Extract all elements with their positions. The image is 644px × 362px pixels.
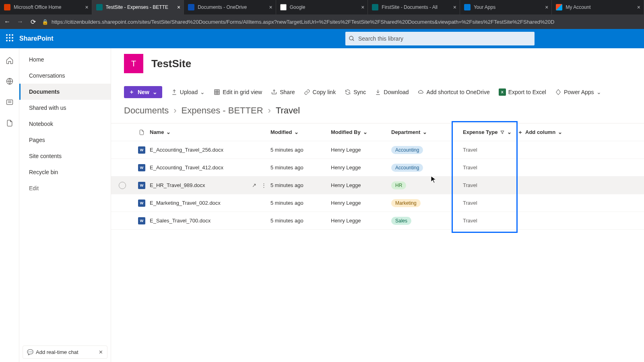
department-column-header[interactable]: Department⌄ bbox=[391, 129, 452, 135]
svg-point-5 bbox=[12, 37, 13, 39]
edit-grid-button[interactable]: Edit in grid view bbox=[214, 89, 262, 95]
sync-icon bbox=[345, 89, 351, 95]
browser-tab[interactable]: FirstSite - Documents - All× bbox=[368, 0, 460, 14]
modified-cell: 5 minutes ago bbox=[270, 200, 331, 206]
export-excel-button[interactable]: Export to Excel bbox=[499, 88, 546, 96]
tab-title: Documents - OneDrive bbox=[198, 4, 266, 10]
app-launcher-icon[interactable] bbox=[5, 33, 14, 45]
file-name-cell[interactable]: E_Marketing_Travel_002.docx bbox=[150, 200, 270, 206]
name-column-header[interactable]: Name⌄ bbox=[150, 129, 270, 135]
mouse-cursor bbox=[431, 176, 436, 184]
url-box[interactable]: 🔒 https://citizenbuilders.sharepoint.com… bbox=[42, 19, 641, 25]
home-icon[interactable] bbox=[6, 56, 14, 66]
close-icon[interactable]: × bbox=[85, 4, 88, 10]
close-icon[interactable]: × bbox=[453, 4, 456, 10]
power-apps-button[interactable]: Power Apps⌄ bbox=[555, 89, 601, 95]
table-row[interactable]: E_HR_Travel_989.docx↗⋮ 5 minutes ago Hen… bbox=[111, 177, 644, 194]
close-icon[interactable]: × bbox=[177, 4, 180, 10]
sidebar-item-notebook[interactable]: Notebook bbox=[19, 116, 111, 132]
modified-cell: 5 minutes ago bbox=[270, 182, 331, 188]
share-icon[interactable]: ↗ bbox=[252, 182, 256, 188]
close-icon[interactable]: ✕ bbox=[99, 349, 103, 355]
back-icon[interactable]: ← bbox=[3, 18, 11, 25]
sidebar-item-pages[interactable]: Pages bbox=[19, 132, 111, 148]
site-logo[interactable]: T bbox=[124, 54, 143, 73]
svg-line-10 bbox=[353, 39, 354, 41]
svg-point-2 bbox=[12, 34, 13, 36]
browser-tab[interactable]: Microsoft Office Home× bbox=[0, 0, 92, 14]
search-box[interactable]: Search this library bbox=[345, 32, 535, 45]
select-circle[interactable] bbox=[119, 182, 126, 189]
tab-title: FirstSite - Documents - All bbox=[382, 4, 450, 10]
copy-link-button[interactable]: Copy link bbox=[304, 89, 336, 95]
browser-tab[interactable]: TestSite - Expenses - BETTE× bbox=[92, 0, 184, 14]
chat-callout[interactable]: 💬 Add real-time chat ✕ bbox=[23, 346, 107, 359]
plus-icon: ＋ bbox=[518, 129, 523, 136]
add-shortcut-button[interactable]: Add shortcut to OneDrive bbox=[418, 89, 490, 95]
file-name-cell[interactable]: E_HR_Travel_989.docx↗⋮ bbox=[150, 182, 270, 188]
breadcrumb-mid[interactable]: Expenses - BETTER bbox=[182, 105, 263, 116]
download-icon bbox=[375, 89, 381, 95]
nav-edit[interactable]: Edit bbox=[19, 180, 111, 196]
browser-address-bar: ← → ⟳ 🔒 https://citizenbuilders.sharepoi… bbox=[0, 14, 644, 29]
file-type-header[interactable] bbox=[134, 129, 150, 136]
browser-tab[interactable]: Your Apps× bbox=[460, 0, 552, 14]
chevron-right-icon: › bbox=[173, 105, 176, 116]
department-pill: Sales bbox=[391, 217, 411, 225]
link-icon bbox=[304, 89, 310, 95]
expense-type-cell: Travel bbox=[452, 147, 518, 153]
file-name-cell[interactable]: E_Accounting_Travel_256.docx bbox=[150, 147, 270, 153]
sidebar-item-site-contents[interactable]: Site contents bbox=[19, 148, 111, 164]
news-icon[interactable] bbox=[6, 98, 14, 108]
download-button[interactable]: Download bbox=[375, 89, 409, 95]
close-icon[interactable]: × bbox=[269, 4, 272, 10]
favicon bbox=[372, 4, 378, 10]
close-icon[interactable]: × bbox=[361, 4, 364, 10]
sidebar-item-documents[interactable]: Documents bbox=[19, 84, 111, 100]
upload-button[interactable]: Upload⌄ bbox=[171, 89, 205, 95]
modified-by-cell: Henry Legge bbox=[331, 182, 391, 188]
table-header-row: Name⌄ Modified⌄ Modified By⌄ Department⌄… bbox=[111, 123, 644, 141]
browser-tab[interactable]: My Account× bbox=[552, 0, 644, 14]
sync-button[interactable]: Sync bbox=[345, 89, 366, 95]
file-name-cell[interactable]: E_Sales_Travel_700.docx bbox=[150, 218, 270, 224]
sidebar-item-shared-with-us[interactable]: Shared with us bbox=[19, 100, 111, 116]
department-cell: Accounting bbox=[391, 146, 452, 154]
department-cell: Accounting bbox=[391, 164, 452, 172]
table-row[interactable]: E_Sales_Travel_700.docx 5 minutes ago He… bbox=[111, 212, 644, 230]
browser-tab[interactable]: Documents - OneDrive× bbox=[184, 0, 276, 14]
modified-by-column-header[interactable]: Modified By⌄ bbox=[331, 129, 391, 135]
expense-type-column-header[interactable]: Expense Type⌄ bbox=[452, 129, 518, 135]
close-icon[interactable]: × bbox=[545, 4, 548, 10]
sidebar-item-conversations[interactable]: Conversations bbox=[19, 68, 111, 84]
table-row[interactable]: E_Marketing_Travel_002.docx 5 minutes ag… bbox=[111, 194, 644, 212]
more-icon[interactable]: ⋮ bbox=[261, 182, 266, 188]
favicon bbox=[280, 4, 287, 10]
suite-brand[interactable]: SharePoint bbox=[19, 35, 53, 42]
left-navigation: HomeConversationsDocumentsShared with us… bbox=[19, 48, 111, 362]
files-icon[interactable] bbox=[6, 119, 14, 129]
table-row[interactable]: E_Accounting_Travel_256.docx 5 minutes a… bbox=[111, 141, 644, 159]
breadcrumb-root[interactable]: Documents bbox=[124, 105, 169, 116]
modified-by-cell: Henry Legge bbox=[331, 147, 391, 153]
share-button[interactable]: Share bbox=[271, 89, 295, 95]
file-name-cell[interactable]: E_Accounting_Travel_412.docx bbox=[150, 165, 270, 171]
modified-column-header[interactable]: Modified⌄ bbox=[270, 129, 331, 135]
reload-icon[interactable]: ⟳ bbox=[29, 18, 37, 26]
new-button[interactable]: ＋ New ⌄ bbox=[124, 86, 162, 98]
tab-title: TestSite - Expenses - BETTE bbox=[106, 4, 175, 10]
expense-type-cell: Travel bbox=[452, 165, 518, 171]
word-icon bbox=[138, 200, 145, 207]
chevron-down-icon: ⌄ bbox=[597, 89, 601, 95]
table-row[interactable]: E_Accounting_Travel_412.docx 5 minutes a… bbox=[111, 159, 644, 177]
forward-icon[interactable]: → bbox=[16, 18, 24, 25]
add-column-button[interactable]: ＋Add column⌄ bbox=[518, 129, 586, 136]
site-title[interactable]: TestSite bbox=[151, 58, 191, 70]
globe-icon[interactable] bbox=[6, 77, 14, 87]
sidebar-item-recycle-bin[interactable]: Recycle bin bbox=[19, 164, 111, 180]
favicon bbox=[464, 4, 471, 10]
command-bar: ＋ New ⌄ Upload⌄ Edit in grid view Share … bbox=[111, 82, 644, 105]
close-icon[interactable]: × bbox=[637, 4, 640, 10]
sidebar-item-home[interactable]: Home bbox=[19, 51, 111, 68]
browser-tab[interactable]: Google× bbox=[276, 0, 368, 14]
